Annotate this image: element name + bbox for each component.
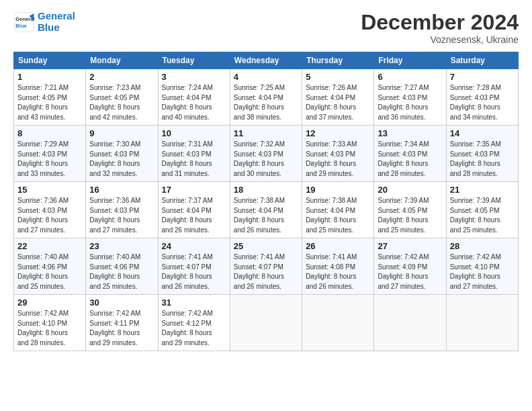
calendar-cell: 14Sunrise: 7:35 AMSunset: 4:03 PMDayligh… — [446, 126, 518, 182]
day-number: 26 — [306, 241, 370, 251]
day-number: 17 — [162, 185, 226, 195]
day-number: 15 — [17, 185, 82, 195]
calendar-cell: 23Sunrise: 7:40 AMSunset: 4:06 PMDayligh… — [86, 238, 158, 295]
day-info: Sunrise: 7:41 AMSunset: 4:07 PMDaylight:… — [234, 253, 298, 291]
day-number: 10 — [162, 128, 226, 138]
calendar-cell: 6Sunrise: 7:27 AMSunset: 4:03 PMDaylight… — [374, 69, 446, 126]
day-info: Sunrise: 7:41 AMSunset: 4:07 PMDaylight:… — [162, 253, 226, 291]
calendar-cell: 17Sunrise: 7:37 AMSunset: 4:04 PMDayligh… — [158, 182, 230, 238]
day-info: Sunrise: 7:42 AMSunset: 4:12 PMDaylight:… — [162, 309, 226, 348]
logo-text: General Blue — [38, 11, 75, 33]
day-info: Sunrise: 7:37 AMSunset: 4:04 PMDaylight:… — [162, 196, 226, 235]
weekday-header-row: SundayMondayTuesdayWednesdayThursdayFrid… — [14, 52, 519, 69]
day-number: 22 — [17, 241, 82, 251]
weekday-header-tuesday: Tuesday — [158, 52, 230, 69]
weekday-header-friday: Friday — [374, 52, 446, 69]
day-number: 30 — [89, 298, 154, 308]
day-info: Sunrise: 7:35 AMSunset: 4:03 PMDaylight:… — [450, 140, 515, 179]
day-info: Sunrise: 7:39 AMSunset: 4:05 PMDaylight:… — [378, 196, 442, 235]
logo-line1: General — [38, 10, 75, 21]
day-number: 4 — [234, 72, 298, 82]
day-info: Sunrise: 7:26 AMSunset: 4:04 PMDaylight:… — [306, 83, 370, 122]
weekday-header-thursday: Thursday — [302, 52, 374, 69]
day-info: Sunrise: 7:31 AMSunset: 4:03 PMDaylight:… — [162, 140, 226, 179]
day-info: Sunrise: 7:23 AMSunset: 4:05 PMDaylight:… — [89, 83, 154, 122]
day-number: 20 — [378, 185, 442, 195]
calendar-cell — [446, 295, 518, 351]
header: General Blue General Blue December 2024 … — [13, 11, 519, 45]
calendar-cell: 15Sunrise: 7:36 AMSunset: 4:03 PMDayligh… — [14, 182, 86, 238]
calendar-cell: 25Sunrise: 7:41 AMSunset: 4:07 PMDayligh… — [230, 238, 302, 295]
calendar-week-row: 8Sunrise: 7:29 AMSunset: 4:03 PMDaylight… — [14, 126, 519, 182]
day-info: Sunrise: 7:32 AMSunset: 4:03 PMDaylight:… — [234, 140, 298, 179]
calendar-cell: 29Sunrise: 7:42 AMSunset: 4:10 PMDayligh… — [14, 295, 86, 351]
calendar-week-row: 29Sunrise: 7:42 AMSunset: 4:10 PMDayligh… — [14, 295, 519, 351]
day-number: 23 — [89, 241, 154, 251]
day-number: 25 — [234, 241, 298, 251]
calendar-cell: 2Sunrise: 7:23 AMSunset: 4:05 PMDaylight… — [86, 69, 158, 126]
calendar-cell: 28Sunrise: 7:42 AMSunset: 4:10 PMDayligh… — [446, 238, 518, 295]
weekday-header-sunday: Sunday — [14, 52, 86, 69]
calendar-week-row: 22Sunrise: 7:40 AMSunset: 4:06 PMDayligh… — [14, 238, 519, 295]
day-info: Sunrise: 7:25 AMSunset: 4:04 PMDaylight:… — [234, 83, 298, 122]
day-info: Sunrise: 7:28 AMSunset: 4:03 PMDaylight:… — [450, 83, 515, 122]
day-number: 11 — [234, 128, 298, 138]
day-number: 2 — [89, 72, 154, 82]
calendar-cell: 30Sunrise: 7:42 AMSunset: 4:11 PMDayligh… — [86, 295, 158, 351]
day-number: 5 — [306, 72, 370, 82]
weekday-header-monday: Monday — [86, 52, 158, 69]
day-info: Sunrise: 7:29 AMSunset: 4:03 PMDaylight:… — [17, 140, 82, 179]
day-info: Sunrise: 7:33 AMSunset: 4:03 PMDaylight:… — [306, 140, 370, 179]
day-number: 18 — [234, 185, 298, 195]
day-info: Sunrise: 7:42 AMSunset: 4:10 PMDaylight:… — [450, 253, 515, 291]
calendar-cell: 5Sunrise: 7:26 AMSunset: 4:04 PMDaylight… — [302, 69, 374, 126]
calendar-cell: 24Sunrise: 7:41 AMSunset: 4:07 PMDayligh… — [158, 238, 230, 295]
day-info: Sunrise: 7:36 AMSunset: 4:03 PMDaylight:… — [89, 196, 154, 235]
day-number: 7 — [450, 72, 515, 82]
day-number: 31 — [162, 298, 226, 308]
logo: General Blue General Blue — [13, 11, 75, 33]
day-info: Sunrise: 7:42 AMSunset: 4:10 PMDaylight:… — [17, 309, 82, 348]
day-number: 13 — [378, 128, 442, 138]
month-title: December 2024 — [361, 11, 519, 34]
calendar-cell: 3Sunrise: 7:24 AMSunset: 4:04 PMDaylight… — [158, 69, 230, 126]
calendar-cell: 26Sunrise: 7:41 AMSunset: 4:08 PMDayligh… — [302, 238, 374, 295]
location-subtitle: Voznesensk, Ukraine — [361, 34, 519, 45]
day-number: 21 — [450, 185, 515, 195]
day-info: Sunrise: 7:42 AMSunset: 4:11 PMDaylight:… — [89, 309, 154, 348]
calendar-week-row: 1Sunrise: 7:21 AMSunset: 4:05 PMDaylight… — [14, 69, 519, 126]
day-number: 12 — [306, 128, 370, 138]
page: General Blue General Blue December 2024 … — [0, 0, 532, 411]
day-info: Sunrise: 7:38 AMSunset: 4:04 PMDaylight:… — [306, 196, 370, 235]
calendar-cell: 20Sunrise: 7:39 AMSunset: 4:05 PMDayligh… — [374, 182, 446, 238]
logo-line2: Blue — [38, 21, 60, 33]
day-number: 9 — [89, 128, 154, 138]
calendar-cell: 10Sunrise: 7:31 AMSunset: 4:03 PMDayligh… — [158, 126, 230, 182]
calendar-cell — [374, 295, 446, 351]
calendar-cell: 8Sunrise: 7:29 AMSunset: 4:03 PMDaylight… — [14, 126, 86, 182]
day-info: Sunrise: 7:36 AMSunset: 4:03 PMDaylight:… — [17, 196, 82, 235]
calendar-cell: 1Sunrise: 7:21 AMSunset: 4:05 PMDaylight… — [14, 69, 86, 126]
day-info: Sunrise: 7:41 AMSunset: 4:08 PMDaylight:… — [306, 253, 370, 291]
day-info: Sunrise: 7:40 AMSunset: 4:06 PMDaylight:… — [17, 253, 82, 291]
day-info: Sunrise: 7:39 AMSunset: 4:05 PMDaylight:… — [450, 196, 515, 235]
day-number: 29 — [17, 298, 82, 308]
calendar-cell: 31Sunrise: 7:42 AMSunset: 4:12 PMDayligh… — [158, 295, 230, 351]
calendar-cell: 18Sunrise: 7:38 AMSunset: 4:04 PMDayligh… — [230, 182, 302, 238]
day-number: 1 — [17, 72, 82, 82]
calendar-cell — [302, 295, 374, 351]
calendar-cell: 16Sunrise: 7:36 AMSunset: 4:03 PMDayligh… — [86, 182, 158, 238]
day-number: 8 — [17, 128, 82, 138]
calendar-cell: 7Sunrise: 7:28 AMSunset: 4:03 PMDaylight… — [446, 69, 518, 126]
calendar-table: SundayMondayTuesdayWednesdayThursdayFrid… — [13, 52, 519, 351]
day-info: Sunrise: 7:27 AMSunset: 4:03 PMDaylight:… — [378, 83, 442, 122]
day-info: Sunrise: 7:42 AMSunset: 4:09 PMDaylight:… — [378, 253, 442, 291]
day-number: 19 — [306, 185, 370, 195]
weekday-header-saturday: Saturday — [446, 52, 518, 69]
calendar-cell: 12Sunrise: 7:33 AMSunset: 4:03 PMDayligh… — [302, 126, 374, 182]
logo-icon: General Blue — [13, 11, 35, 33]
weekday-header-wednesday: Wednesday — [230, 52, 302, 69]
calendar-cell: 27Sunrise: 7:42 AMSunset: 4:09 PMDayligh… — [374, 238, 446, 295]
title-block: December 2024 Voznesensk, Ukraine — [361, 11, 519, 45]
calendar-cell: 21Sunrise: 7:39 AMSunset: 4:05 PMDayligh… — [446, 182, 518, 238]
